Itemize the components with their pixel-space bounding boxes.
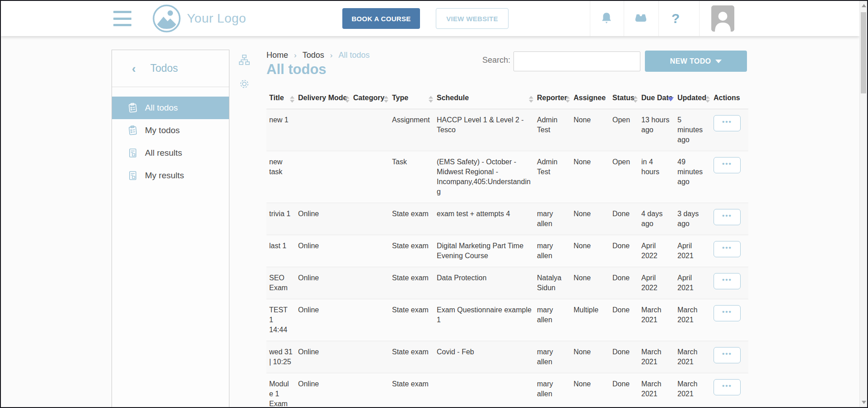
sidebar-item-my-todos[interactable]: My todos <box>112 119 229 142</box>
settings-gear-icon[interactable] <box>237 78 252 91</box>
help-icon[interactable]: ? <box>662 1 689 36</box>
sidebar-menu: All todos My todos All results My result… <box>112 97 229 187</box>
logo[interactable]: Your Logo <box>152 4 246 33</box>
sitemap-icon[interactable] <box>237 54 252 67</box>
table-cell-actions: ••• <box>714 235 748 267</box>
breadcrumb-item-all-todos[interactable]: All todos <box>338 51 369 60</box>
scrollbar-thumb[interactable] <box>861 12 866 93</box>
table-row: TEST 1 14:44OnlineState examExam Questio… <box>266 299 748 341</box>
row-actions-button[interactable]: ••• <box>714 241 741 257</box>
hamburger-menu-icon[interactable] <box>113 11 131 26</box>
book-a-course-button[interactable]: BOOK A COURSE <box>342 8 420 29</box>
table-cell: Multiple <box>574 299 612 341</box>
todo-list-icon <box>127 102 139 114</box>
table-cell: HACCP Level 1 & Level 2 - Tesco <box>437 109 537 151</box>
results-icon <box>127 170 138 181</box>
sort-arrows-icon <box>565 96 570 102</box>
column-header-schedule[interactable]: Schedule <box>437 89 537 109</box>
table-cell: April 2022 <box>641 267 677 299</box>
table-cell: new 1 <box>266 109 298 151</box>
inbox-tray-icon[interactable] <box>627 1 654 36</box>
todo-list-icon <box>127 125 139 136</box>
table-cell: None <box>574 235 612 267</box>
top-header: Your Logo BOOK A COURSE VIEW WEBSITE ? <box>1 1 859 36</box>
table-cell: March 2021 <box>677 373 714 408</box>
table-cell: Digital Marketing Part Time Evening Cour… <box>437 235 537 267</box>
column-label: Assignee <box>574 94 606 102</box>
table-cell <box>353 267 392 299</box>
row-actions-button[interactable]: ••• <box>714 305 741 321</box>
results-icon <box>127 148 138 158</box>
scroll-up-icon[interactable] <box>862 4 866 7</box>
row-actions-button[interactable]: ••• <box>714 209 741 225</box>
breadcrumb-item-home[interactable]: Home <box>266 51 288 60</box>
table-cell: 5 minutes ago <box>677 109 714 151</box>
column-header-delivery-mode[interactable]: Delivery Mode <box>298 89 353 109</box>
table-cell <box>353 109 392 151</box>
table-cell: March 2021 <box>641 373 677 408</box>
column-label: Title <box>269 94 284 102</box>
column-header-updated[interactable]: Updated <box>677 89 714 109</box>
column-header-category[interactable]: Category <box>353 89 392 109</box>
column-header-actions: Actions <box>714 89 748 109</box>
column-header-type[interactable]: Type <box>392 89 437 109</box>
table-cell: State exam <box>392 373 437 408</box>
table-cell: in 4 hours <box>641 151 677 203</box>
breadcrumb-separator: › <box>330 51 333 60</box>
new-todo-button[interactable]: NEW TODO <box>645 51 747 72</box>
sidebar-item-all-todos[interactable]: All todos <box>112 97 229 119</box>
notifications-bell-icon[interactable] <box>593 1 620 36</box>
table-cell <box>353 373 392 408</box>
table-cell: Admin Test <box>537 109 574 151</box>
row-actions-button[interactable]: ••• <box>714 273 741 289</box>
table-cell: Natalya Sidun <box>537 267 574 299</box>
column-header-reporter[interactable]: Reporter <box>537 89 574 109</box>
user-avatar[interactable] <box>711 5 734 32</box>
column-header-assignee: Assignee <box>574 89 612 109</box>
table-cell-actions: ••• <box>714 373 748 408</box>
table-row: new 1AssignmentHACCP Level 1 & Level 2 -… <box>266 109 748 151</box>
table-cell: None <box>574 341 612 373</box>
table-cell: TEST 1 14:44 <box>266 299 298 341</box>
page-title: All todos <box>266 61 327 78</box>
table-cell: 4 days ago <box>641 203 677 235</box>
table-row: new taskTask(EMS Safety) - October - Mid… <box>266 151 748 203</box>
table-cell: Open <box>612 109 641 151</box>
table-cell: Task <box>392 151 437 203</box>
table-cell: Assignment <box>392 109 437 151</box>
table-cell: mary allen <box>537 203 574 235</box>
sidebar-item-my-results[interactable]: My results <box>112 164 229 187</box>
vertical-scrollbar[interactable] <box>859 1 867 407</box>
breadcrumb-item-todos[interactable]: Todos <box>303 51 324 60</box>
row-actions-button[interactable]: ••• <box>714 115 741 131</box>
table-cell: mary allen <box>537 341 574 373</box>
column-label: Category <box>353 94 384 102</box>
table-row: wed 31 | 10:25OnlineState examCovid - Fe… <box>266 341 748 373</box>
search-label: Search: <box>482 56 510 65</box>
table-cell: Online <box>298 373 353 408</box>
column-label: Delivery Mode <box>298 94 347 102</box>
chevron-down-icon <box>715 60 722 63</box>
row-actions-button[interactable]: ••• <box>714 379 741 395</box>
column-header-due-date[interactable]: Due Date <box>641 89 677 109</box>
column-header-status[interactable]: Status <box>612 89 641 109</box>
table-cell: Online <box>298 341 353 373</box>
table-cell: None <box>574 203 612 235</box>
sidebar-item-all-results[interactable]: All results <box>112 142 229 164</box>
table-cell: April 2022 <box>641 235 677 267</box>
row-actions-button[interactable]: ••• <box>714 347 741 363</box>
view-website-button[interactable]: VIEW WEBSITE <box>436 8 509 29</box>
table-cell <box>298 109 353 151</box>
table-header-row: TitleDelivery ModeCategoryTypeScheduleRe… <box>266 89 748 109</box>
row-actions-button[interactable]: ••• <box>714 157 741 173</box>
sort-arrows-icon <box>705 96 710 102</box>
logo-text: Your Logo <box>187 4 246 33</box>
sort-arrows-icon <box>633 96 638 102</box>
scroll-down-icon[interactable] <box>862 401 866 404</box>
column-header-title[interactable]: Title <box>266 89 298 109</box>
sidebar-back-chevron-icon[interactable]: ‹ <box>132 63 136 74</box>
sort-arrows-icon <box>384 96 388 102</box>
table-cell: wed 31 | 10:25 <box>266 341 298 373</box>
table-cell <box>353 235 392 267</box>
search-input[interactable] <box>513 51 640 71</box>
